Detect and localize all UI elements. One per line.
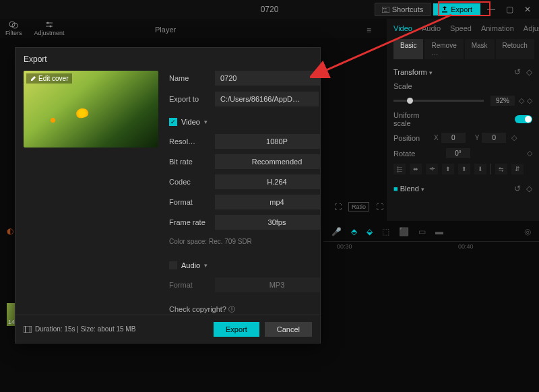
filters-tool[interactable]: Filters	[5, 21, 22, 36]
audio-collapse-icon[interactable]: ▾	[204, 262, 208, 269]
tl-tool-5[interactable]: ▭	[418, 227, 426, 236]
subtab-basic[interactable]: Basic	[393, 39, 423, 59]
ratio-button[interactable]: Ratio	[348, 202, 369, 211]
crop-icon[interactable]: ⛶	[334, 203, 342, 211]
audio-section-label: Audio	[181, 261, 200, 269]
tab-speed[interactable]: Speed	[450, 24, 472, 32]
framerate-select[interactable]: 30fps	[215, 215, 320, 230]
cancel-button[interactable]: Cancel	[265, 322, 312, 337]
project-title: 0720	[261, 5, 279, 14]
flip-h[interactable]: ⇋	[495, 164, 507, 174]
position-x[interactable]: 0	[441, 133, 466, 143]
video-checkbox[interactable]: ✓	[169, 118, 177, 126]
blend-reset-icon[interactable]: ↺	[514, 184, 521, 193]
tl-tool-4[interactable]: ⬛	[399, 227, 409, 236]
align-top[interactable]: ⬆	[442, 164, 454, 174]
close-button[interactable]: ✕	[520, 5, 535, 14]
video-collapse-icon[interactable]: ▾	[204, 119, 208, 125]
align-left[interactable]: ⬱	[393, 164, 406, 174]
dialog-footer: Duration: 15s | Size: about 15 MB Export…	[15, 315, 320, 343]
timeline-tick-0: 00:30	[337, 243, 352, 250]
scale-stepper-icon[interactable]: ◇	[519, 96, 524, 105]
.050id-icon	[44, 21, 54, 29]
audio-format-label: Format	[169, 281, 211, 289]
align-right[interactable]: ⬲	[426, 164, 438, 174]
minimize-button[interactable]: —	[483, 5, 499, 14]
rotate-label: Rotate	[393, 150, 434, 158]
svg-point-12	[50, 25, 52, 27]
uniform-scale-label: Uniform scale	[393, 111, 434, 127]
audio-checkbox[interactable]: ✓	[169, 261, 177, 269]
export-icon	[441, 6, 448, 13]
resolution-select[interactable]: 1080P	[215, 134, 320, 149]
info-icon[interactable]: i	[228, 306, 235, 313]
position-y[interactable]: 0	[482, 133, 506, 143]
uniform-scale-toggle[interactable]	[515, 115, 532, 123]
cover-preview: Edit cover	[24, 71, 158, 148]
tl-tool-6[interactable]: ▬	[435, 227, 443, 236]
svg-rect-3	[383, 8, 385, 9]
svg-point-10	[47, 22, 49, 24]
dialog-title: Export	[15, 48, 320, 71]
blend-keyframe-icon[interactable]: ◇	[526, 184, 532, 193]
exportto-input[interactable]	[215, 92, 319, 106]
svg-rect-15	[30, 326, 30, 333]
tab-video[interactable]: Video	[393, 24, 412, 32]
adjustment-tool[interactable]: Adjustment	[34, 21, 65, 36]
keyframe-icon[interactable]: ◇	[526, 67, 532, 77]
player-menu-icon[interactable]: ≡	[367, 26, 371, 35]
mic-icon[interactable]: 🎤	[331, 227, 342, 236]
scale-value[interactable]: 92%	[490, 96, 515, 106]
export-confirm-button[interactable]: Export	[214, 322, 259, 337]
align-center-v[interactable]: ⬍	[458, 164, 470, 174]
keyboard-icon	[382, 7, 389, 13]
subtab-remove[interactable]: Remove …	[424, 39, 463, 59]
position-keyframe-icon[interactable]: ◇	[511, 133, 517, 142]
tab-audio[interactable]: Audio	[422, 24, 441, 32]
duration-info: Duration: 15s | Size: about 15 MB	[24, 325, 135, 333]
zoom-icon[interactable]: ◎	[524, 227, 531, 236]
rotate-value[interactable]: 0°	[446, 148, 470, 158]
subtab-mask[interactable]: Mask	[465, 39, 495, 59]
svg-rect-2	[382, 7, 389, 13]
edit-cover-button[interactable]: Edit cover	[26, 73, 72, 84]
svg-rect-6	[442, 11, 447, 13]
subtab-retouch[interactable]: Retouch	[496, 39, 534, 59]
shortcuts-button[interactable]: Shortcuts	[375, 3, 431, 16]
align-center-h[interactable]: ⬌	[410, 164, 422, 174]
tl-tool-2[interactable]: ⬙	[367, 227, 373, 236]
blend-title[interactable]: ■ Blend ▾	[393, 185, 424, 193]
scale-keyframe-icon[interactable]: ◇	[527, 96, 532, 105]
filters-icon	[9, 21, 18, 29]
codec-label: Codec	[169, 178, 211, 186]
colorspace-note: Color space: Rec. 709 SDR	[169, 238, 320, 245]
flip-v[interactable]: ⇵	[511, 164, 524, 174]
exportto-label: Export to	[169, 95, 211, 103]
scale-label: Scale	[393, 82, 434, 90]
tl-tool-3[interactable]: ⬚	[382, 227, 389, 236]
format-select[interactable]: mp4	[215, 195, 320, 209]
bitrate-label: Bit rate	[169, 158, 211, 166]
reset-icon[interactable]: ↺	[514, 67, 521, 77]
video-section-label: Video	[181, 118, 200, 126]
export-button-top[interactable]: Export	[433, 3, 480, 15]
bitrate-select[interactable]: Recommended	[215, 154, 320, 169]
film-icon	[24, 326, 32, 333]
tab-adjust[interactable]: Adjust	[524, 24, 539, 32]
timeline-ruler[interactable]: 00:30 00:40	[323, 241, 539, 252]
tab-animation[interactable]: Animation	[481, 24, 514, 32]
fullscreen-icon[interactable]: ⛶	[376, 203, 383, 211]
clip-marker-icon[interactable]: ◐	[7, 226, 13, 236]
tl-tool-1[interactable]: ⬘	[351, 227, 357, 236]
rotate-keyframe-icon[interactable]: ◇	[527, 149, 532, 158]
maximize-button[interactable]: ▢	[502, 5, 517, 14]
svg-rect-13	[24, 326, 32, 333]
player-controls: ⛶ Ratio ⛶	[334, 202, 383, 211]
scale-slider[interactable]	[393, 100, 484, 102]
name-input[interactable]	[215, 71, 320, 86]
align-bottom[interactable]: ⬇	[474, 164, 486, 174]
codec-select[interactable]: H.264	[215, 174, 320, 189]
align-buttons: ⬱ ⬌ ⬲ ⬆ ⬍ ⬇ ⇋ ⇵	[393, 164, 532, 174]
svg-rect-14	[25, 326, 26, 333]
transform-section: Transform ▾ ↺ ◇ Scale 92% ◇ ◇ Uniform sc…	[393, 67, 532, 174]
